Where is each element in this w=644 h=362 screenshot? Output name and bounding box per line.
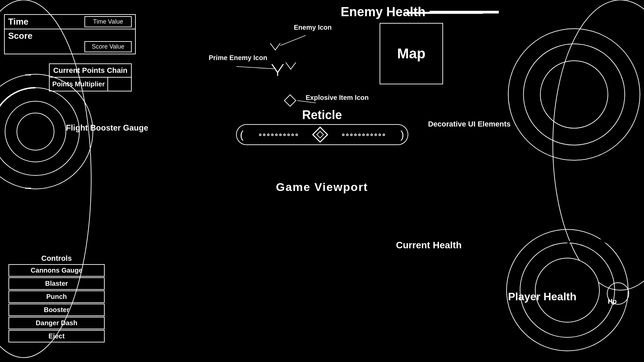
prime-enemy-icon-label: Prime Enemy Icon bbox=[209, 54, 267, 62]
svg-point-12 bbox=[520, 243, 615, 337]
svg-point-4 bbox=[17, 113, 54, 150]
punch-item: Punch bbox=[8, 290, 105, 303]
time-value-box: Time Value bbox=[84, 16, 132, 27]
map-container: Map bbox=[380, 23, 443, 84]
svg-point-3 bbox=[5, 101, 66, 162]
reticle-label: Reticle bbox=[236, 108, 408, 122]
hp-label: Hp bbox=[601, 298, 623, 305]
points-chain-panel: Current Points Chain Points Multiplier bbox=[49, 63, 132, 91]
reticle-dots-right bbox=[342, 134, 385, 136]
eject-item: Eject bbox=[8, 330, 105, 342]
svg-point-7 bbox=[553, 0, 644, 290]
cannons-gauge-item: Cannons Gauge bbox=[8, 264, 105, 277]
score-row: Score Score Value bbox=[4, 29, 136, 54]
flight-booster-gauge-label: Flight Booster Gauge bbox=[66, 123, 148, 133]
points-multiplier-row: Points Multiplier bbox=[50, 78, 131, 91]
blaster-item: Blaster bbox=[8, 277, 105, 290]
reticle-bracket-left: ( bbox=[240, 129, 244, 140]
explosive-item-icon-label: Explosive Item Icon bbox=[306, 94, 369, 102]
reticle-dots-left bbox=[259, 134, 298, 136]
current-health-label: Current Health bbox=[396, 240, 462, 251]
booster-item: Booster bbox=[8, 304, 105, 316]
svg-point-11 bbox=[507, 229, 628, 351]
enemy-health-bar: Enemy Health bbox=[341, 5, 499, 19]
decorative-ui-elements-label: Decorative UI Elements bbox=[428, 120, 511, 129]
svg-point-9 bbox=[523, 44, 625, 145]
svg-point-10 bbox=[540, 61, 608, 128]
map-label: Map bbox=[397, 46, 426, 62]
reticle-bracket-right: ) bbox=[401, 129, 404, 140]
svg-line-19 bbox=[236, 66, 274, 69]
game-viewport-label: Game Viewport bbox=[276, 180, 368, 194]
reticle-bar: ( bbox=[236, 124, 408, 145]
controls-label: Controls bbox=[8, 254, 105, 263]
enemy-icon-label: Enemy Icon bbox=[294, 24, 332, 31]
reticle-diamond-icon bbox=[314, 128, 327, 141]
score-label: Score bbox=[8, 31, 132, 41]
svg-point-13 bbox=[535, 258, 599, 322]
svg-line-18 bbox=[280, 35, 306, 46]
time-row: Time Time Value bbox=[4, 14, 136, 29]
danger-dash-item: Danger Dash bbox=[8, 317, 105, 329]
svg-point-8 bbox=[508, 29, 640, 160]
current-points-chain-label: Current Points Chain bbox=[50, 64, 131, 78]
enemy-health-label: Enemy Health bbox=[341, 5, 426, 19]
reticle-area: Reticle ( bbox=[236, 108, 408, 145]
points-multiplier-label: Points Multiplier bbox=[50, 78, 108, 91]
hud-topleft-panel: Time Time Value Score Score Value bbox=[4, 14, 136, 54]
time-label: Time bbox=[8, 17, 28, 27]
score-value-box: Score Value bbox=[84, 41, 132, 52]
player-health-label: Player Health bbox=[508, 290, 576, 303]
enemy-health-bar-visual bbox=[430, 11, 499, 13]
points-multiplier-value bbox=[108, 78, 131, 91]
controls-panel: Controls Cannons Gauge Blaster Punch Boo… bbox=[8, 254, 105, 342]
svg-rect-17 bbox=[284, 95, 296, 106]
controls-list: Cannons Gauge Blaster Punch Booster Dang… bbox=[8, 264, 105, 342]
